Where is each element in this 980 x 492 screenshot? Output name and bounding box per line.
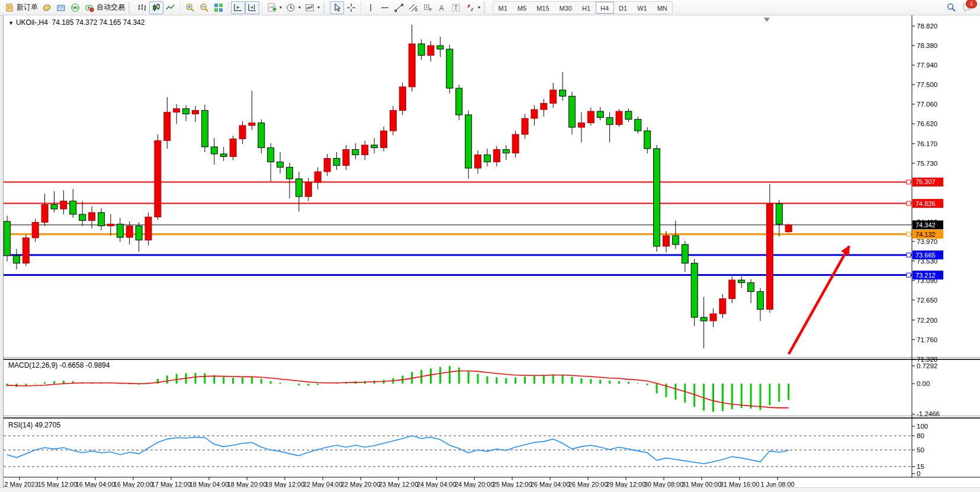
- fibonacci-button[interactable]: F: [420, 1, 435, 14]
- panel-splitter[interactable]: [0, 417, 980, 419]
- zoom-out-icon: [199, 2, 210, 13]
- timeframe-h4[interactable]: H4: [596, 2, 614, 14]
- candle: [390, 106, 396, 136]
- dropdown-caret-icon[interactable]: ▾: [317, 5, 320, 10]
- svg-text:72.200: 72.200: [917, 317, 937, 324]
- zoom-out-button[interactable]: [197, 1, 211, 14]
- toolbar-separator: [180, 2, 181, 14]
- auto-scroll-button[interactable]: [231, 1, 245, 14]
- equidistant-channel-icon: E: [408, 2, 419, 13]
- bar-chart-icon: [137, 2, 147, 13]
- candle: [437, 37, 444, 57]
- signals-button[interactable]: [68, 1, 82, 14]
- symbol-collapse-icon[interactable]: ▼: [8, 20, 14, 26]
- signal-icon: [70, 2, 81, 13]
- toolbar-right-icons: 1: [946, 2, 978, 13]
- new-order-icon: [4, 2, 15, 13]
- timeframe-m1[interactable]: M1: [493, 2, 512, 14]
- timeframe-m5[interactable]: M5: [512, 2, 531, 14]
- svg-text:77.060: 77.060: [917, 101, 937, 108]
- panel-splitter[interactable]: [0, 357, 980, 358]
- dropdown-caret-icon[interactable]: ▾: [279, 5, 282, 10]
- status-bar: [0, 487, 980, 492]
- panel-splitter[interactable]: [0, 416, 980, 416]
- indicators-button[interactable]: ▾: [265, 1, 284, 14]
- candle: [155, 134, 161, 220]
- candle: [295, 172, 302, 212]
- trend-arrow[interactable]: [789, 246, 849, 354]
- candle: [268, 143, 274, 182]
- candle: [597, 107, 603, 121]
- candle: [287, 163, 293, 198]
- candle: [32, 219, 38, 242]
- tile-windows-button[interactable]: [211, 1, 226, 14]
- search-icon[interactable]: [946, 2, 956, 13]
- candle: [183, 105, 189, 121]
- candle: [682, 241, 688, 272]
- autotrading-button[interactable]: 自动交易: [82, 1, 127, 14]
- chart-shift-button[interactable]: [245, 1, 259, 14]
- candle: [569, 92, 576, 134]
- notifications-button[interactable]: 1: [962, 2, 973, 13]
- line-chart-button[interactable]: [163, 1, 178, 14]
- zoom-in-button[interactable]: [183, 1, 197, 14]
- candle: [145, 213, 152, 246]
- timeframe-d1[interactable]: D1: [614, 2, 632, 14]
- dropdown-caret-icon[interactable]: ▾: [298, 5, 301, 10]
- candle: [362, 141, 368, 160]
- timeframe-h1[interactable]: H1: [577, 2, 595, 14]
- svg-text:78.380: 78.380: [917, 42, 937, 49]
- timeframe-mn[interactable]: MN: [652, 2, 672, 14]
- svg-text:78.820: 78.820: [917, 22, 937, 30]
- candle: [258, 120, 265, 154]
- bar-chart-button[interactable]: [135, 1, 149, 14]
- candle: [324, 154, 330, 176]
- svg-text:A: A: [439, 4, 444, 12]
- toolbar-separator: [262, 2, 262, 14]
- candle: [249, 91, 255, 130]
- new-order-button[interactable]: 新订单: [2, 1, 40, 14]
- candle: [550, 83, 557, 108]
- toolbar-separator: [361, 2, 361, 14]
- svg-text:73.665: 73.665: [915, 252, 936, 259]
- svg-text:73.212: 73.212: [915, 272, 936, 279]
- text-button[interactable]: A: [435, 1, 449, 14]
- vertical-line-button[interactable]: [364, 1, 378, 14]
- market-watch-button[interactable]: [54, 1, 68, 14]
- tile-windows-icon: [213, 2, 224, 13]
- candle: [785, 224, 792, 233]
- svg-text:-1.2466: -1.2466: [917, 410, 940, 417]
- periods-button[interactable]: ▾: [284, 1, 303, 14]
- cursor-button[interactable]: [330, 1, 344, 14]
- candle: [616, 109, 622, 127]
- text-label-icon: T: [451, 2, 461, 13]
- candlestick-chart-button[interactable]: [149, 1, 163, 14]
- trendline-button[interactable]: [392, 1, 406, 14]
- dropdown-caret-icon[interactable]: ▾: [478, 5, 480, 10]
- timeframe-m30[interactable]: M30: [554, 2, 577, 14]
- svg-text:0.00: 0.00: [917, 380, 930, 387]
- timeframe-m15[interactable]: M15: [532, 2, 554, 14]
- chart-shift-marker[interactable]: [764, 18, 770, 22]
- crosshair-button[interactable]: [344, 1, 358, 14]
- quotes-button[interactable]: [40, 1, 54, 14]
- candle: [484, 149, 490, 166]
- candle: [654, 145, 660, 252]
- timeframe-w1[interactable]: W1: [632, 2, 653, 14]
- candle: [343, 145, 349, 170]
- axes-layer: 78.82078.38077.94077.50077.06076.62076.1…: [0, 15, 980, 477]
- candle: [512, 131, 519, 157]
- arrows-button[interactable]: ▾: [463, 1, 482, 14]
- horizontal-line-button[interactable]: [378, 1, 392, 14]
- templates-button[interactable]: ▾: [303, 1, 322, 14]
- equidistant-channel-button[interactable]: E: [406, 1, 420, 14]
- text-label-button[interactable]: T: [449, 1, 463, 14]
- panel-splitter[interactable]: [0, 359, 980, 360]
- candle: [776, 200, 782, 237]
- candlestick-chart-icon: [151, 2, 162, 13]
- chart-canvas[interactable]: 78.82078.38077.94077.50077.06076.62076.1…: [0, 0, 980, 492]
- candle: [635, 117, 641, 134]
- arrows-icon: [465, 2, 475, 13]
- candle: [701, 297, 707, 349]
- candle: [164, 97, 171, 149]
